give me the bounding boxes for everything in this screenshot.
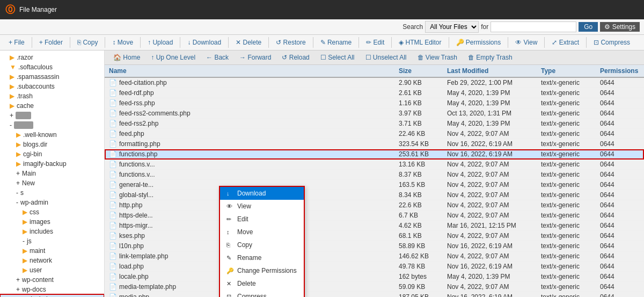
sidebar-item-css[interactable]: ▶ css [0,207,104,217]
col-permissions[interactable]: Permissions [596,65,644,77]
sidebar-item-label: New [22,179,35,187]
table-row[interactable]: 📄 l10n.php 58.89 KB Nov 16, 2022, 6:19 A… [105,241,644,251]
back-button[interactable]: ← Back [202,53,233,62]
sidebar-item-softaculous[interactable]: ▼ .softaculous [0,62,104,72]
permissions-button[interactable]: 🔑 Permissions [452,37,506,48]
table-row[interactable]: 📄 feed-rss.php 1.16 KB May 4, 2020, 1:39… [105,98,644,108]
move-button[interactable]: ↕ Move [108,37,137,48]
sidebar-item-blogs-dir[interactable]: ▶ blogs.dir [0,140,104,149]
table-row[interactable]: 📄 functions.php 253.61 KB Nov 16, 2022, … [105,149,644,160]
sidebar-item-cgi-bin[interactable]: ▶ cgi-bin [0,149,104,159]
forward-button[interactable]: → Forward [235,53,275,62]
up-one-level-button[interactable]: ↑ Up One Level [147,53,200,62]
sidebar-item-js[interactable]: - js [0,236,104,246]
search-input[interactable] [491,21,576,32]
context-menu-edit[interactable]: ✏ Edit [220,213,304,226]
go-button[interactable]: Go [579,22,598,32]
context-menu-rename[interactable]: ✎ Rename [220,251,304,264]
table-row[interactable]: 📄 formatting.php 323.54 KB Nov 16, 2022,… [105,139,644,149]
sep14 [586,37,587,48]
col-size[interactable]: Size [394,65,443,77]
folder-button[interactable]: + Folder [35,37,67,48]
sidebar-item-includes[interactable]: ▶ includes [0,227,104,236]
copy-button[interactable]: ⎘ Copy [73,37,102,48]
context-menu-change-permissions[interactable]: 🔑 Change Permissions [220,264,304,277]
upload-button[interactable]: ↑ Upload [143,37,177,48]
context-menu-download[interactable]: ↓ Download [220,187,304,200]
context-menu-copy[interactable]: ⎘ Copy [220,238,304,251]
sidebar-item-user[interactable]: ▶ user [0,265,104,275]
col-type[interactable]: Type [537,65,596,77]
compress-button[interactable]: ⊡ Compress [589,37,634,48]
table-row[interactable]: 📄 functions.v... 8.37 KB Nov 4, 2022, 9:… [105,170,644,180]
col-modified[interactable]: Last Modified [443,65,537,77]
table-row[interactable]: 📄 https-migr... 4.62 KB Mar 16, 2021, 12… [105,221,644,231]
file-name: media.php [119,293,149,297]
sidebar-item-images[interactable]: ▶ images [0,217,104,227]
table-row[interactable]: 📄 media-template.php 59.09 KB Nov 4, 202… [105,282,644,292]
download-button[interactable]: ↓ Download [183,37,225,48]
sidebar-item-wp-includes[interactable]: - wp-includes [0,294,104,297]
file-size: 163.5 KB [394,180,443,190]
table-row[interactable]: 📄 https-dele... 6.7 KB Nov 4, 2022, 9:07… [105,211,644,221]
app-title: File Manager [19,6,57,13]
sidebar-item-maint[interactable]: ▶ maint [0,246,104,256]
select-all-button[interactable]: ☐ Select All [316,53,359,62]
minus-icon: - [16,189,18,197]
table-row[interactable]: 📄 feed-citation.php 2.90 KB Feb 29, 2022… [105,77,644,88]
table-row[interactable]: 📄 feed.php 22.46 KB Nov 4, 2022, 9:07 AM… [105,129,644,139]
table-row[interactable]: 📄 media.php 187.05 KB Nov 16, 2022, 6:19… [105,292,644,298]
sidebar-item-new[interactable]: + New [0,178,104,188]
sidebar-item-subaccounts[interactable]: ▶ .subaccounts [0,82,104,91]
edit-button[interactable]: ✏ Edit [362,37,389,48]
search-scope-select[interactable]: All Your Files [425,21,479,33]
table-row[interactable]: 📄 load.php 49.78 KB Nov 16, 2022, 6:19 A… [105,262,644,272]
sidebar-item-cache[interactable]: ▶ cache [0,101,104,111]
sidebar-item-wp-admin[interactable]: - wp-admin [0,198,104,207]
sidebar-item-s[interactable]: - s [0,188,104,198]
table-row[interactable]: 📄 kses.php 68.1 KB Nov 4, 2022, 9:07 AM … [105,231,644,241]
view-button[interactable]: 👁 View [511,37,541,48]
table-row[interactable]: 📄 feed-rss2-comments.php 3.97 KB Oct 13,… [105,108,644,119]
table-row[interactable]: 📄 locale.php 162 bytes May 4, 2020, 1:39… [105,272,644,282]
sidebar-item-wp-docs[interactable]: + wp-docs [0,285,104,294]
rename-button[interactable]: ✎ Rename [316,37,356,48]
sidebar-item-razor[interactable]: ▶ .razor [0,53,104,62]
sidebar-item-label: .subaccounts [17,83,55,90]
table-row[interactable]: 📄 general-te... 163.5 KB Nov 4, 2022, 9:… [105,180,644,190]
reload-button[interactable]: ↺ Reload [277,53,313,62]
table-row[interactable]: 📄 link-template.php 146.62 KB Nov 4, 202… [105,251,644,262]
restore-button[interactable]: ↺ Restore [272,37,310,48]
sidebar-item-spamassassin[interactable]: ▶ .spamassassin [0,72,104,82]
file-button[interactable]: + File [4,37,29,48]
table-row[interactable]: 📄 global-styl... 8.34 KB Nov 4, 2022, 9:… [105,190,644,200]
file-name: l10n.php [119,242,144,250]
sidebar-item-root2[interactable]: - ■■■■■ [0,120,104,130]
rename-icon: ✎ [226,255,234,262]
file-type: text/x-generic [537,292,596,298]
context-menu-view[interactable]: 👁 View [220,200,304,213]
delete-button[interactable]: ✕ Delete [231,37,266,48]
sidebar-item-network[interactable]: ▶ network [0,256,104,265]
view-trash-button[interactable]: 🗑 View Trash [413,53,462,62]
sidebar-item-trash[interactable]: ▶ .trash [0,91,104,101]
table-row[interactable]: 📄 http.php 22.6 KB Nov 4, 2022, 9:07 AM … [105,200,644,211]
home-button[interactable]: 🏠 Home [109,53,144,62]
sidebar-item-well-known[interactable]: ▶ .well-known [0,130,104,140]
extract-button[interactable]: ⤢ Extract [547,37,583,48]
col-name[interactable]: Name [105,65,394,77]
unselect-all-button[interactable]: ☐ Unselect All [361,53,411,62]
sidebar-item-imagify-backup[interactable]: ▶ imagify-backup [0,159,104,169]
context-menu-move[interactable]: ↕ Move [220,226,304,238]
settings-button[interactable]: ⚙ Settings [600,22,640,32]
empty-trash-button[interactable]: 🗑 Empty Trash [464,53,517,62]
html-editor-button[interactable]: ◈ HTML Editor [394,37,445,48]
table-row[interactable]: 📄 feed-rss2.php 3.71 KB May 4, 2020, 1:3… [105,119,644,129]
context-menu-delete[interactable]: ✕ Delete [220,277,304,290]
sidebar-item-main[interactable]: + Main [0,169,104,178]
context-menu-compress[interactable]: ⊡ Compress [220,290,304,297]
sidebar-item-root1[interactable]: + ■■■■ [0,111,104,120]
table-row[interactable]: 📄 feed-rdf.php 2.61 KB May 4, 2020, 1:39… [105,88,644,98]
table-row[interactable]: 📄 functions.v... 13.16 KB Nov 4, 2022, 9… [105,160,644,170]
sidebar-item-wp-content[interactable]: + wp-content [0,275,104,285]
